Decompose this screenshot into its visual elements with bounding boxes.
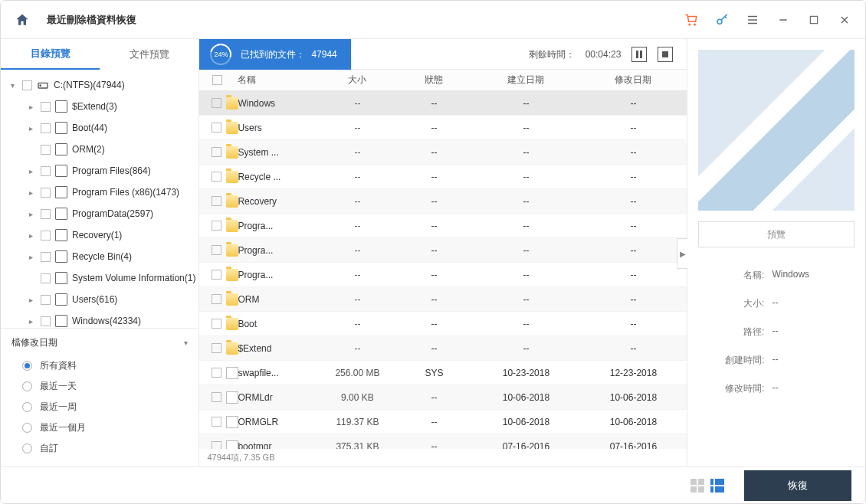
- tree-item[interactable]: ▸Program Files(864): [4, 160, 195, 182]
- col-modified[interactable]: 修改日期: [579, 74, 687, 87]
- checkbox[interactable]: [212, 441, 221, 449]
- tree-item[interactable]: ▸$Extend(3): [4, 96, 195, 117]
- close-icon[interactable]: [838, 13, 851, 27]
- home-icon[interactable]: [15, 12, 30, 28]
- filter-option[interactable]: 最近一天: [11, 376, 188, 397]
- chevron-right-icon[interactable]: ▸: [25, 103, 36, 111]
- chevron-down-icon[interactable]: ▾: [184, 339, 188, 347]
- table-row[interactable]: Windows--------: [199, 91, 687, 116]
- col-status[interactable]: 狀態: [395, 74, 472, 87]
- tree-item[interactable]: System Volume Information(1): [4, 267, 195, 289]
- filter-option[interactable]: 自訂: [11, 438, 188, 459]
- checkbox[interactable]: [212, 172, 221, 182]
- grid-view-icon[interactable]: [691, 479, 704, 493]
- file-table[interactable]: Windows--------Users--------System ...--…: [199, 91, 687, 449]
- key-icon[interactable]: [715, 13, 729, 27]
- filter-option[interactable]: 最近一周: [11, 397, 188, 417]
- checkbox[interactable]: [22, 80, 32, 90]
- checkbox[interactable]: [212, 417, 221, 427]
- tree-item[interactable]: ▸ProgramData(2597): [4, 203, 195, 224]
- pause-button[interactable]: [631, 47, 647, 62]
- radio[interactable]: [22, 443, 32, 453]
- table-row[interactable]: ORM--------: [199, 287, 687, 312]
- tab-file[interactable]: 文件預覽: [100, 39, 198, 70]
- chevron-right-icon[interactable]: ▸: [25, 253, 36, 261]
- chevron-right-icon[interactable]: ▸: [25, 124, 36, 133]
- maximize-icon[interactable]: [807, 13, 821, 27]
- checkbox[interactable]: [212, 245, 221, 255]
- select-all-checkbox[interactable]: [212, 75, 222, 85]
- checkbox[interactable]: [41, 145, 51, 155]
- menu-icon[interactable]: [746, 13, 759, 27]
- table-row[interactable]: Progra...--------: [199, 238, 687, 263]
- checkbox[interactable]: [212, 319, 221, 329]
- checkbox[interactable]: [41, 166, 51, 176]
- tree-item[interactable]: ▸Recovery(1): [4, 224, 195, 246]
- checkbox[interactable]: [41, 252, 51, 262]
- checkbox[interactable]: [212, 147, 221, 157]
- tree-root[interactable]: ▾C:(NTFS)(47944): [4, 74, 195, 96]
- tree-item[interactable]: ▸Program Files (x86)(1473): [4, 182, 195, 203]
- checkbox[interactable]: [41, 188, 51, 198]
- checkbox[interactable]: [41, 231, 51, 241]
- tree-item[interactable]: ▸Recycle Bin(4): [4, 246, 195, 267]
- checkbox[interactable]: [212, 343, 221, 353]
- recover-button[interactable]: 恢復: [744, 470, 851, 501]
- table-row[interactable]: Boot--------: [199, 312, 687, 336]
- chevron-right-icon[interactable]: ▸: [25, 317, 36, 326]
- col-size[interactable]: 大小: [319, 74, 395, 87]
- tree-item[interactable]: ▸Windows(42334): [4, 310, 195, 328]
- checkbox[interactable]: [212, 270, 221, 280]
- table-row[interactable]: Progra...--------: [199, 263, 687, 287]
- table-row[interactable]: ORMLdr9.00 KB--10-06-201810-06-2018: [199, 385, 687, 410]
- tree-item[interactable]: ▸Boot(44): [4, 117, 195, 139]
- tab-directory[interactable]: 目錄預覽: [1, 39, 100, 70]
- table-row[interactable]: Recycle ...--------: [199, 165, 687, 189]
- col-created[interactable]: 建立日期: [472, 74, 579, 87]
- checkbox[interactable]: [212, 294, 221, 304]
- table-row[interactable]: $Extend--------: [199, 336, 687, 361]
- checkbox[interactable]: [212, 123, 221, 133]
- radio[interactable]: [22, 402, 32, 412]
- checkbox[interactable]: [41, 209, 51, 219]
- table-row[interactable]: Users--------: [199, 116, 687, 140]
- table-row[interactable]: Recovery--------: [199, 189, 687, 214]
- chevron-right-icon[interactable]: ▸: [25, 167, 36, 175]
- table-row[interactable]: Progra...--------: [199, 214, 687, 238]
- filter-option[interactable]: 最近一個月: [11, 417, 188, 438]
- radio[interactable]: [22, 381, 32, 391]
- table-row[interactable]: ORMGLR119.37 KB--10-06-201810-06-2018: [199, 410, 687, 434]
- tree-item[interactable]: ▸Users(616): [4, 289, 195, 310]
- minimize-icon[interactable]: [776, 13, 790, 27]
- status-summary: 47944項, 7.35 GB: [199, 449, 687, 466]
- filter-option[interactable]: 所有資料: [11, 355, 188, 376]
- checkbox[interactable]: [41, 273, 51, 283]
- radio[interactable]: [22, 423, 32, 433]
- chevron-right-icon[interactable]: ▸: [25, 188, 36, 197]
- checkbox[interactable]: [212, 392, 221, 402]
- chevron-right-icon[interactable]: ▸: [25, 296, 36, 304]
- chevron-right-icon[interactable]: ▸: [25, 210, 36, 218]
- chevron-down-icon[interactable]: ▾: [7, 81, 18, 90]
- checkbox[interactable]: [41, 102, 51, 112]
- checkbox[interactable]: [212, 98, 221, 108]
- table-row[interactable]: swapfile...256.00 MBSYS10-23-201812-23-2…: [199, 361, 687, 385]
- stop-button[interactable]: [658, 47, 673, 62]
- chevron-right-icon[interactable]: ▸: [25, 231, 36, 240]
- checkbox[interactable]: [212, 196, 221, 206]
- checkbox[interactable]: [41, 295, 51, 305]
- checkbox[interactable]: [212, 221, 221, 231]
- checkbox[interactable]: [212, 368, 221, 378]
- preview-button[interactable]: 預覽: [698, 221, 855, 247]
- table-row[interactable]: bootmgr375.31 KB--07-16-201607-16-2016: [199, 434, 687, 449]
- checkbox[interactable]: [41, 316, 51, 326]
- col-name[interactable]: 名稱: [235, 74, 319, 87]
- folder-tree[interactable]: ▾C:(NTFS)(47944)▸$Extend(3)▸Boot(44)ORM(…: [1, 70, 198, 328]
- tree-item[interactable]: ORM(2): [4, 139, 195, 160]
- table-row[interactable]: System ...--------: [199, 140, 687, 165]
- radio[interactable]: [22, 361, 32, 371]
- cart-icon[interactable]: [684, 13, 698, 27]
- expand-panel-icon[interactable]: ▶: [677, 238, 687, 269]
- checkbox[interactable]: [41, 123, 51, 133]
- list-view-icon[interactable]: [710, 479, 724, 493]
